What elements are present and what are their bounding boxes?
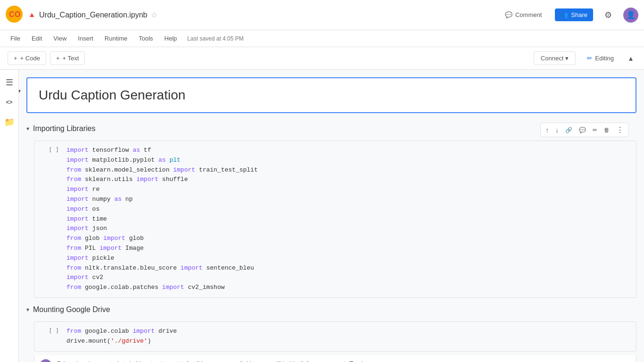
drive-icon: 🔺 [27,11,36,19]
section-mounting-google-drive[interactable]: ▾ Mounting Google Drive [26,302,636,318]
avatar[interactable]: 👤 [623,8,638,23]
collapse-section-arrow[interactable]: ▾ [19,88,21,94]
star-icon[interactable]: ☆ [151,10,157,19]
code-content-2[interactable]: from google.colab import drive drive.mou… [63,322,636,351]
svg-text:O: O [15,10,20,18]
section-title: Importing Libraries [33,124,96,133]
toolbar-right: Connect ▾ ✏ Editing ▴ [534,51,636,65]
people-icon: 👥 [561,11,568,18]
notebook-title-area: 🔺 Urdu_Caption_Generation.ipynb ☆ [27,10,499,19]
files-icon[interactable]: 📁 [2,115,17,129]
section-title-2: Mounting Google Drive [33,305,110,314]
menu-view[interactable]: View [49,33,71,44]
notebook-content: ▾ Urdu Caption Generation ▾ Importing Li… [19,70,644,362]
plus-code-icon: + [14,55,17,62]
cell-number-2: [ ] [34,322,63,340]
main-area: ☰ <> 📁 ↑ ↓ 🔗 💬 ✏ 🗑 ⋮ ▾ Urdu Caption Gene… [0,70,644,362]
top-bar: C O 🔺 Urdu_Caption_Generation.ipynb ☆ 💬 … [0,0,644,30]
comment-button[interactable]: 💬 Comment [499,8,547,21]
menu-edit[interactable]: Edit [27,33,47,44]
connect-label: Connect [541,55,563,62]
cell-number: [ ] [34,141,63,159]
editing-button[interactable]: ✏ Editing [581,52,619,65]
menu-file[interactable]: File [6,33,25,44]
chevron-down-icon: ▾ [565,55,569,62]
menu-insert[interactable]: Insert [73,33,98,44]
code-cell-imports[interactable]: [ ] import tensorflow as tf import matpl… [34,140,636,298]
last-saved: Last saved at 4:05 PM [187,35,243,42]
title-cell[interactable]: ▾ Urdu Caption Generation [26,77,636,113]
notebook-filename[interactable]: Urdu_Caption_Generation.ipynb [39,11,147,19]
settings-gear-icon: ⚙ [604,10,612,20]
section-collapse-arrow-2[interactable]: ▾ [26,306,29,313]
left-sidebar: ☰ <> 📁 [0,70,19,362]
code-icon[interactable]: <> [4,97,14,107]
add-code-button[interactable]: + + Code [8,51,46,65]
comment-icon: 💬 [505,11,512,18]
code-cell-inner: [ ] import tensorflow as tf import matpl… [34,141,636,297]
more-options-button[interactable]: ⋮ [613,124,627,136]
add-comment-button[interactable]: 💬 [576,125,589,135]
delete-cell-button[interactable]: 🗑 [601,125,612,135]
cell-toolbar: ↑ ↓ 🔗 💬 ✏ 🗑 ⋮ [540,123,629,137]
section-collapse-arrow[interactable]: ▾ [26,125,29,132]
code-content[interactable]: import tensorflow as tf import matplotli… [63,141,636,297]
toolbar-left: + + Code + + Text [8,51,534,65]
code-cell-mount[interactable]: [ ] from google.colab import drive drive… [34,321,636,352]
menu-bar: File Edit View Insert Runtime Tools Help… [0,30,644,47]
colab-logo: C O [6,6,23,24]
output-avatar: 👤 [40,359,51,362]
top-right-actions: 💬 Comment 👥 Share ⚙ 👤 [499,8,638,23]
code-cell-inner-2: [ ] from google.colab import drive drive… [34,322,636,351]
edit-cell-button[interactable]: ✏ [590,125,600,135]
connect-button[interactable]: Connect ▾ [534,51,576,65]
collapse-button[interactable]: ▴ [625,52,636,65]
toolbar: + + Code + + Text Connect ▾ ✏ Editing ▴ [0,47,644,70]
settings-button[interactable]: ⚙ [601,8,616,22]
menu-tools[interactable]: Tools [134,33,157,44]
menu-runtime[interactable]: Runtime [100,33,132,44]
menu-help[interactable]: Help [160,33,182,44]
add-text-button[interactable]: + + Text [50,51,85,65]
notebook-title: Urdu Caption Generation [39,88,624,103]
share-button[interactable]: 👥 Share [555,8,593,21]
move-down-button[interactable]: ↓ [553,125,561,135]
plus-text-icon: + [56,55,60,62]
pencil-icon: ✏ [587,55,592,62]
link-cell-button[interactable]: 🔗 [562,125,575,135]
output-cell-mount: 👤 Drive already mounted at ./gdrive; to … [34,355,636,362]
move-up-button[interactable]: ↑ [543,125,552,135]
toc-icon[interactable]: ☰ [4,75,15,90]
svg-text:C: C [9,10,15,18]
output-text: Drive already mounted at ./gdrive; to at… [57,359,365,362]
